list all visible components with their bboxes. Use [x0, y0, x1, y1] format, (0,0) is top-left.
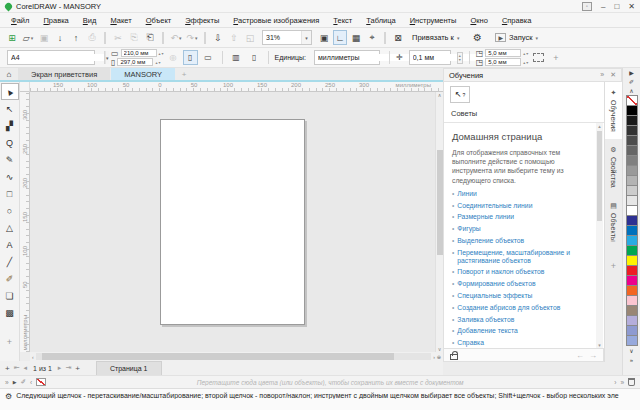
- ruler-origin-corner[interactable]: [20, 82, 30, 92]
- docpal-expand-icon[interactable]: »: [5, 379, 9, 386]
- page-width-spinner[interactable]: ▴▾: [159, 51, 164, 56]
- palette-eyedropper-icon[interactable]: ✐: [629, 77, 634, 86]
- menu-item[interactable]: Макет: [103, 16, 138, 25]
- export-icon[interactable]: ⇧▾: [227, 30, 241, 45]
- options-gear-icon[interactable]: ⚙: [470, 30, 484, 45]
- zoom-level-input[interactable]: [263, 34, 301, 41]
- menu-item[interactable]: Вид: [76, 16, 104, 25]
- horizontal-ruler[interactable]: 15010050050100150200250300 миллиметры: [30, 82, 443, 92]
- duplicate-x-spinner[interactable]: ▴▾: [523, 51, 528, 56]
- menu-item[interactable]: Файл: [4, 16, 36, 25]
- menu-item[interactable]: Таблица: [359, 16, 402, 25]
- download-content-icon[interactable]: ↓▾: [53, 30, 67, 45]
- menu-item[interactable]: Окно: [463, 16, 494, 25]
- proportions-icon[interactable]: ◱▾: [243, 30, 257, 45]
- last-page-icon[interactable]: ⇥: [65, 364, 71, 372]
- paste-icon[interactable]: ⎗▾: [143, 30, 157, 45]
- docpal-scroll-right-icon[interactable]: ›: [614, 379, 616, 386]
- close-button[interactable]: ✕: [628, 2, 635, 11]
- menu-item[interactable]: Текст: [326, 16, 359, 25]
- page-height-input[interactable]: [117, 58, 153, 66]
- docker-tab-learning[interactable]: ✦ Обучения: [605, 82, 622, 139]
- panel-collapse-icon[interactable]: »: [600, 71, 604, 79]
- menu-item[interactable]: Справка: [495, 16, 538, 25]
- help-topic-link[interactable]: Создание абрисов для объектов: [457, 304, 560, 312]
- crop-tool[interactable]: ▞: [1, 117, 19, 134]
- undo-icon[interactable]: ↶▾: [169, 30, 183, 45]
- help-topic-link[interactable]: Фигуры: [457, 225, 480, 233]
- zoom-level-caret-icon[interactable]: ▾: [301, 31, 311, 44]
- save-icon[interactable]: ▣▾: [37, 30, 51, 45]
- menu-item[interactable]: Объект: [139, 16, 179, 25]
- docpal-flyout-icon[interactable]: ▶: [13, 379, 17, 385]
- vertical-scrollbar[interactable]: ∧ ∨: [435, 92, 443, 352]
- drawing-canvas[interactable]: ∧ ∨: [30, 92, 443, 352]
- help-topic-link[interactable]: Выделение объектов: [457, 237, 524, 245]
- import-icon[interactable]: ⇩▾: [211, 30, 225, 45]
- page-width-input[interactable]: [121, 49, 157, 57]
- scroll-up-icon[interactable]: ∧: [438, 92, 442, 98]
- open-icon[interactable]: ▱▾: [21, 30, 35, 45]
- fullscreen-preview-icon[interactable]: ▣▾: [317, 30, 331, 45]
- minimize-button[interactable]: –: [601, 2, 605, 11]
- palette-scroll-up-icon[interactable]: ∧: [629, 86, 633, 95]
- page-tab[interactable]: Страница 1: [96, 361, 162, 375]
- help-topic-link[interactable]: Перемещение, масштабирование и растягива…: [457, 249, 592, 265]
- help-topic-link[interactable]: Заливка объектов: [457, 316, 514, 324]
- document-tab[interactable]: MANSORY: [111, 68, 175, 80]
- add-page-button[interactable]: +: [5, 364, 10, 373]
- docker-tab-objects[interactable]: ▤ Объекты: [605, 195, 622, 249]
- panel-scrollbar[interactable]: ▴ ▾: [596, 123, 603, 348]
- page-height-spinner[interactable]: ▴▾: [155, 60, 160, 65]
- next-page-icon[interactable]: ▸: [58, 364, 62, 372]
- docpal-expand-right-icon[interactable]: »: [620, 379, 624, 386]
- zoom-tool[interactable]: Q: [1, 134, 19, 151]
- connector-tool[interactable]: ╱: [1, 253, 19, 270]
- scroll-right-icon[interactable]: ›: [433, 354, 435, 360]
- help-topic-link[interactable]: Справка: [457, 339, 484, 347]
- account-icon[interactable]: ▫: [582, 2, 592, 11]
- landscape-button[interactable]: ▭: [201, 50, 216, 65]
- menu-item[interactable]: Растровые изображения: [226, 16, 326, 25]
- menu-item[interactable]: Инструменты: [403, 16, 464, 25]
- color-swatch[interactable]: [626, 335, 638, 346]
- current-page-button[interactable]: ▯: [247, 50, 262, 65]
- whats-this-pointer-button[interactable]: ↖?: [450, 86, 470, 103]
- forward-icon[interactable]: →: [589, 351, 597, 360]
- first-page-icon[interactable]: ⇤: [14, 364, 20, 372]
- docpal-eyedropper-icon[interactable]: ✐: [20, 378, 25, 386]
- add-page-button-right[interactable]: +: [75, 364, 80, 373]
- pick-tool[interactable]: ▲: [1, 83, 19, 100]
- show-grid-icon[interactable]: ▦▾: [349, 30, 363, 45]
- help-topic-link[interactable]: Соединительные линии: [457, 202, 532, 210]
- polygon-tool[interactable]: △: [1, 219, 19, 236]
- help-topic-link[interactable]: Размерные линии: [457, 213, 514, 221]
- menu-item[interactable]: Эффекты: [178, 16, 226, 25]
- text-tool[interactable]: A: [1, 236, 19, 253]
- document-page[interactable]: [160, 119, 305, 325]
- panel-close-icon[interactable]: ✕: [610, 71, 616, 79]
- page-size-caret-icon[interactable]: ▾: [105, 51, 109, 64]
- duplicate-y-input[interactable]: [485, 58, 521, 66]
- cut-icon[interactable]: ✂▾: [111, 30, 125, 45]
- add-docker-button[interactable]: +: [611, 261, 616, 271]
- eyedropper-tool[interactable]: ✐: [1, 270, 19, 287]
- drop-shadow-tool[interactable]: ❏: [1, 287, 19, 304]
- add-tools-button[interactable]: +: [1, 333, 19, 350]
- help-topic-link[interactable]: Поворот и наклон объектов: [457, 268, 544, 276]
- copy-icon[interactable]: ⎘▾: [127, 30, 141, 45]
- customize-propbar-button[interactable]: +: [549, 53, 562, 63]
- docker-tab-properties[interactable]: ⚙ Свойства: [605, 139, 622, 195]
- print-icon[interactable]: ⎙▾: [85, 30, 99, 45]
- palette-flyout-icon[interactable]: ▶: [629, 68, 634, 77]
- redo-icon[interactable]: ↷▾: [185, 30, 199, 45]
- back-icon[interactable]: ←: [576, 351, 584, 360]
- help-topic-link[interactable]: Добавление текста: [457, 327, 517, 335]
- duplicate-x-input[interactable]: [485, 49, 521, 57]
- rectangle-tool[interactable]: □: [1, 185, 19, 202]
- maximize-button[interactable]: □: [614, 2, 619, 11]
- trash-icon[interactable]: [628, 378, 635, 386]
- duplicate-y-spinner[interactable]: ▴▾: [523, 60, 528, 65]
- horizontal-scrollbar[interactable]: ‹ › ⊕: [30, 352, 443, 361]
- show-guidelines-icon[interactable]: ⌖▾: [365, 30, 379, 45]
